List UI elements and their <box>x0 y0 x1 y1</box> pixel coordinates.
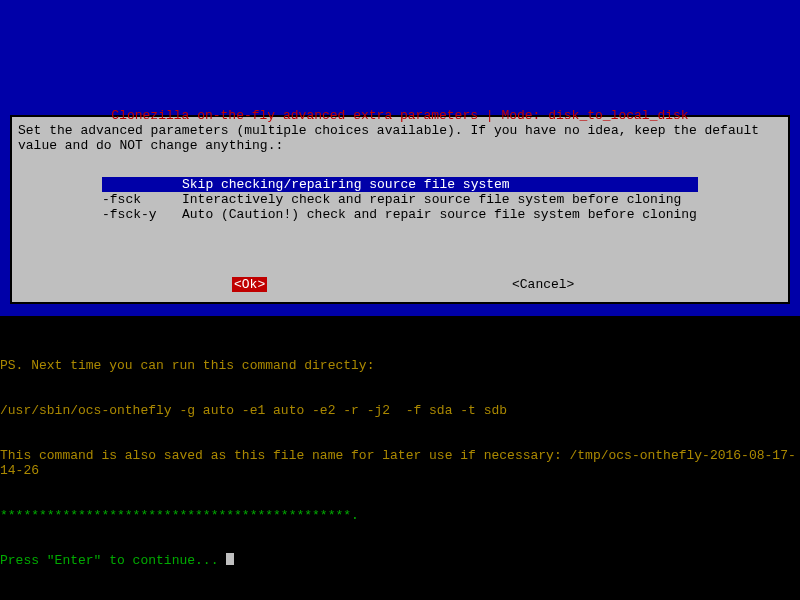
option-skip-check[interactable]: Skip checking/repairing source file syst… <box>102 177 698 192</box>
option-desc: Skip checking/repairing source file syst… <box>182 177 510 192</box>
terminal-saved-line: This command is also saved as this file … <box>0 448 800 478</box>
cancel-button[interactable]: <Cancel> <box>512 277 574 292</box>
terminal-output: PS. Next time you can run this command d… <box>0 328 800 598</box>
option-fsck-y[interactable]: -fsck-y Auto (Caution!) check and repair… <box>102 207 698 222</box>
terminal-separator-line: ****************************************… <box>0 508 800 523</box>
option-flag <box>102 177 182 192</box>
options-list[interactable]: Skip checking/repairing source file syst… <box>102 177 698 222</box>
dialog-instruction: Set the advanced parameters (multiple ch… <box>18 123 782 153</box>
ok-button[interactable]: <Ok> <box>232 277 267 292</box>
terminal-prompt-line[interactable]: Press "Enter" to continue... <box>0 553 800 568</box>
option-flag: -fsck-y <box>102 207 182 222</box>
option-desc: Auto (Caution!) check and repair source … <box>182 207 697 222</box>
option-desc: Interactively check and repair source fi… <box>182 192 681 207</box>
screen: Clonezilla on-the-fly advanced extra par… <box>0 0 800 600</box>
option-flag: -fsck <box>102 192 182 207</box>
dialog-title: Clonezilla on-the-fly advanced extra par… <box>12 108 788 123</box>
terminal-command-line: /usr/sbin/ocs-onthefly -g auto -e1 auto … <box>0 403 800 418</box>
parameters-dialog: Clonezilla on-the-fly advanced extra par… <box>10 115 790 304</box>
prompt-text: Press "Enter" to continue... <box>0 553 226 568</box>
option-fsck[interactable]: -fsck Interactively check and repair sou… <box>102 192 698 207</box>
cursor <box>226 553 234 565</box>
terminal-hint-line: PS. Next time you can run this command d… <box>0 358 800 373</box>
